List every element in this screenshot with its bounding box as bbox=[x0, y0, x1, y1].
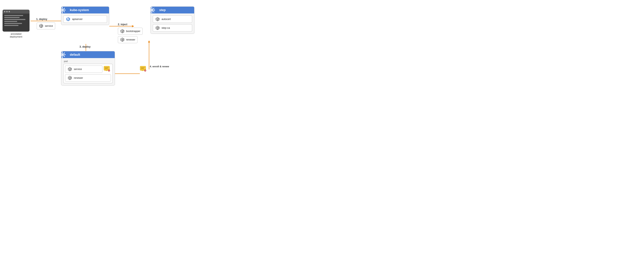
step-body: autocert step-ca bbox=[151, 13, 194, 34]
svg-marker-65 bbox=[62, 57, 63, 58]
pod-label: pod bbox=[63, 60, 113, 63]
svg-marker-45 bbox=[154, 9, 155, 11]
svg-text:✓: ✓ bbox=[142, 69, 143, 71]
annotated-deployment-label: annotated deployment bbox=[2, 33, 30, 38]
svg-marker-59 bbox=[156, 18, 158, 21]
cert-icon-step: ✓ bbox=[140, 66, 147, 72]
default-box: default pod bbox=[61, 51, 115, 86]
svg-marker-14 bbox=[62, 12, 63, 13]
cert-icon-service: ✓ bbox=[104, 66, 111, 72]
pod-service-row: service ✓ bbox=[65, 65, 111, 73]
step-title: step bbox=[159, 8, 166, 12]
default-body: pod service bbox=[61, 58, 115, 85]
autocert-cube-icon bbox=[155, 17, 160, 21]
terminal-line bbox=[4, 19, 26, 20]
step-box: step autocert bbox=[150, 6, 194, 34]
kube-system-header: kube-system bbox=[61, 7, 109, 13]
terminal-line bbox=[4, 15, 23, 16]
bootstrapper-label: bootstrapper bbox=[126, 30, 140, 33]
step-ca-cube-icon bbox=[155, 26, 160, 30]
apiserver-helm-icon bbox=[66, 17, 70, 21]
step-header: step bbox=[151, 7, 194, 13]
svg-marker-69 bbox=[64, 52, 65, 54]
kube-system-inner: kube-system apiserver bbox=[61, 6, 109, 25]
terminal-box bbox=[2, 10, 30, 32]
pod-box: service ✓ bbox=[63, 64, 113, 83]
svg-marker-30 bbox=[66, 18, 68, 21]
pod-service-box: service bbox=[65, 65, 102, 73]
terminal-dot-3 bbox=[8, 11, 10, 12]
kube-system-title: kube-system bbox=[70, 8, 89, 12]
cert-badge-service: ✓ bbox=[104, 66, 111, 72]
terminal-lines bbox=[2, 13, 30, 27]
arrow-label-deploy1: 1. deploy bbox=[36, 18, 47, 21]
pod-renewer-label: renewer bbox=[74, 77, 83, 79]
svg-marker-16 bbox=[64, 9, 66, 11]
svg-marker-63 bbox=[156, 27, 158, 30]
svg-marker-67 bbox=[64, 54, 66, 55]
svg-marker-3 bbox=[132, 25, 134, 27]
svg-text:✓: ✓ bbox=[106, 69, 107, 71]
step-ca-label: step-ca bbox=[162, 26, 170, 29]
bootstrapper-box: bootstrapper bbox=[118, 28, 143, 35]
autocert-label: autocert bbox=[162, 18, 171, 21]
renewer-standalone-box: renewer bbox=[118, 36, 138, 43]
step-inner: step autocert bbox=[150, 6, 194, 34]
svg-marker-12 bbox=[40, 25, 41, 28]
terminal-line bbox=[4, 23, 22, 24]
diagram-container: annotated deployment 1. deploy service bbox=[0, 0, 215, 91]
cert-badge-step: ✓ bbox=[140, 66, 147, 72]
arrow-label-enroll4: 4. enroll & renew bbox=[150, 65, 169, 68]
helm-wheel-icon-step bbox=[150, 6, 156, 14]
default-header: default bbox=[61, 51, 115, 58]
terminal-line bbox=[4, 25, 18, 26]
helm-wheel-icon-kube-system bbox=[61, 6, 66, 14]
svg-marker-43 bbox=[151, 12, 152, 13]
svg-marker-42 bbox=[151, 6, 152, 8]
cube-icon bbox=[39, 24, 44, 28]
terminal-dot-1 bbox=[4, 11, 6, 12]
standalone-service-box: service bbox=[36, 22, 55, 29]
terminal-bar bbox=[2, 10, 30, 13]
kube-system-body: apiserver bbox=[61, 13, 109, 25]
svg-marker-64 bbox=[62, 51, 63, 53]
standalone-service-label: service bbox=[45, 24, 53, 27]
svg-marker-93 bbox=[68, 77, 70, 80]
svg-marker-20 bbox=[64, 11, 65, 13]
terminal-line bbox=[4, 17, 20, 18]
svg-marker-41 bbox=[121, 39, 122, 41]
kube-system-box: kube-system apiserver bbox=[61, 6, 109, 25]
pod-service-label: service bbox=[74, 68, 82, 71]
svg-marker-8 bbox=[148, 40, 150, 42]
apiserver-label: apiserver bbox=[72, 18, 82, 21]
svg-marker-81 bbox=[68, 68, 70, 71]
svg-marker-37 bbox=[121, 30, 122, 33]
svg-marker-49 bbox=[153, 11, 154, 13]
svg-marker-47 bbox=[153, 7, 154, 9]
renewer-standalone-label: renewer bbox=[126, 38, 135, 41]
bootstrapper-cube-icon bbox=[120, 29, 125, 33]
step-ca-box: step-ca bbox=[153, 24, 192, 32]
apiserver-box: apiserver bbox=[63, 15, 107, 23]
pod-renewer-box: renewer bbox=[65, 74, 111, 82]
arrow-label-deploy3: 3. deploy bbox=[80, 45, 90, 48]
default-inner: default pod bbox=[61, 51, 115, 86]
default-title: default bbox=[70, 53, 80, 57]
svg-marker-18 bbox=[64, 7, 65, 9]
renewer-standalone-cube-icon bbox=[120, 37, 125, 42]
pod-renewer-cube-icon bbox=[68, 76, 72, 80]
helm-wheel-icon-default bbox=[61, 51, 66, 58]
svg-marker-71 bbox=[64, 56, 65, 57]
terminal-dot-2 bbox=[6, 11, 8, 12]
pod-service-cube-icon bbox=[68, 67, 72, 71]
terminal-line bbox=[4, 21, 17, 22]
svg-marker-13 bbox=[62, 6, 63, 8]
autocert-box: autocert bbox=[153, 15, 192, 23]
arrow-label-inject2: 2. inject bbox=[118, 23, 127, 26]
